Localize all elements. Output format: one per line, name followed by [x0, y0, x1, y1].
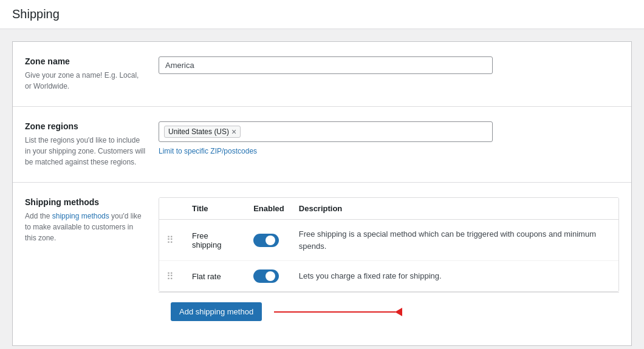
limit-zip-link[interactable]: Limit to specific ZIP/postcodes: [159, 147, 619, 155]
zone-name-label: Zone name: [25, 56, 146, 66]
zone-name-section: Zone name Give your zone a name! E.g. Lo…: [13, 42, 631, 107]
col-enabled: Enabled: [246, 198, 292, 220]
table-header-row: Title Enabled Description: [159, 198, 618, 220]
arrow-line: [274, 311, 396, 313]
us-tag-remove[interactable]: ×: [231, 127, 236, 136]
arrow-annotation: [274, 308, 402, 316]
zone-name-left: Zone name Give your zone a name! E.g. Lo…: [25, 56, 159, 92]
method-desc-2: Lets you charge a fixed rate for shippin…: [299, 271, 442, 280]
table-row: ⠿ Flat rate: [159, 261, 618, 292]
col-title: Title: [185, 198, 246, 220]
arrow-head: [395, 308, 402, 316]
method-desc-1: Free shipping is a special method which …: [299, 229, 596, 251]
drag-cell-1: ⠿: [159, 220, 185, 261]
add-shipping-method-button[interactable]: Add shipping method: [171, 302, 262, 321]
zone-regions-label: Zone regions: [25, 121, 146, 131]
regions-tag-input[interactable]: United States (US) ×: [159, 121, 493, 142]
drag-handle-1[interactable]: ⠿: [166, 234, 177, 246]
col-drag: [159, 198, 185, 220]
page-title: Shipping: [12, 7, 632, 21]
enabled-cell-2: [246, 261, 292, 292]
btn-row: Add shipping method: [159, 292, 619, 331]
desc-cell-2: Lets you charge a fixed rate for shippin…: [292, 261, 618, 292]
shipping-methods-section: Shipping methods Add the shipping method…: [13, 183, 631, 345]
methods-table-container: Title Enabled Description ⠿: [159, 197, 619, 292]
shipping-methods-left: Shipping methods Add the shipping method…: [25, 197, 159, 243]
zone-name-right: [159, 56, 619, 92]
drag-handle-2[interactable]: ⠿: [166, 271, 177, 282]
zone-regions-section: Zone regions List the regions you'd like…: [13, 107, 631, 183]
us-tag: United States (US) ×: [164, 126, 241, 138]
us-tag-label: United States (US): [168, 127, 229, 136]
desc-cell-1: Free shipping is a special method which …: [292, 220, 618, 261]
method-title-2: Flat rate: [192, 272, 221, 281]
zone-regions-right: United States (US) × Limit to specific Z…: [159, 121, 619, 168]
methods-table: Title Enabled Description ⠿: [159, 198, 618, 291]
page-header: Shipping: [0, 0, 644, 29]
zone-name-input[interactable]: [159, 56, 493, 74]
shipping-methods-label: Shipping methods: [25, 197, 146, 207]
table-row: ⠿ Free shipping: [159, 220, 618, 261]
toggle-slider-1: [253, 234, 279, 247]
toggle-2[interactable]: [253, 269, 279, 283]
toggle-1[interactable]: [253, 234, 279, 247]
title-cell-2: Flat rate: [185, 261, 246, 292]
col-description: Description: [292, 198, 618, 220]
zone-regions-desc: List the regions you'd like to include i…: [25, 135, 146, 168]
shipping-methods-link[interactable]: shipping methods: [52, 212, 109, 220]
drag-cell-2: ⠿: [159, 261, 185, 292]
zone-name-desc: Give your zone a name! E.g. Local, or Wo…: [25, 70, 146, 92]
enabled-cell-1: [246, 220, 292, 261]
settings-card: Zone name Give your zone a name! E.g. Lo…: [12, 41, 632, 346]
page-wrapper: Shipping Zone name Give your zone a name…: [0, 0, 644, 349]
shipping-methods-right: Title Enabled Description ⠿: [159, 197, 619, 331]
title-cell-1: Free shipping: [185, 220, 246, 261]
content-area: Zone name Give your zone a name! E.g. Lo…: [0, 29, 644, 349]
zone-regions-left: Zone regions List the regions you'd like…: [25, 121, 159, 168]
shipping-methods-desc: Add the shipping methods you'd like to m…: [25, 211, 146, 243]
method-title-1: Free shipping: [192, 231, 221, 249]
toggle-slider-2: [253, 269, 279, 283]
